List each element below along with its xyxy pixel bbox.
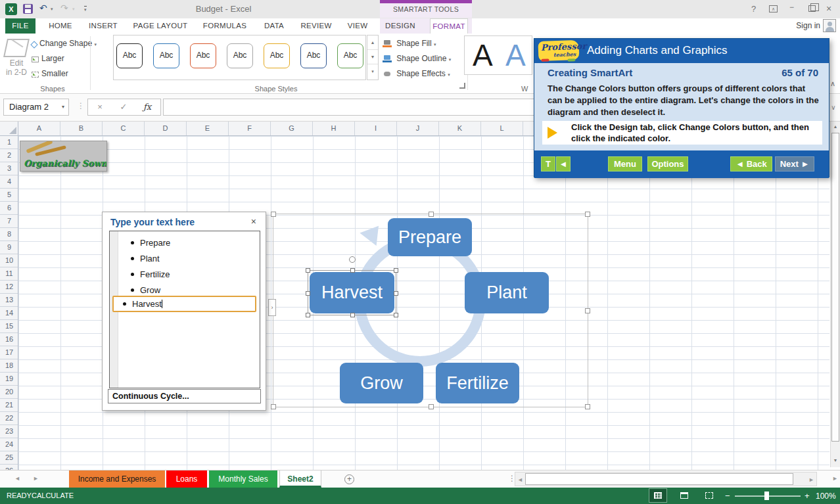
shape-style-thumbnail[interactable]: Abc	[116, 43, 143, 68]
resize-handle[interactable]	[429, 404, 434, 409]
text-pane-toggle[interactable]: ›	[268, 299, 276, 316]
smartart-shape-grow[interactable]: Grow	[340, 363, 423, 403]
prev-sheet-icon[interactable]: ◄	[14, 475, 20, 482]
column-header[interactable]: I	[355, 122, 397, 136]
sheet-tab-loans[interactable]: Loans	[166, 470, 207, 488]
formula-bar-drag-handle[interactable]: ⋮	[77, 101, 85, 110]
row-header[interactable]: 11	[0, 267, 18, 281]
enter-button[interactable]: ✓	[112, 99, 135, 115]
list-item[interactable]: Plant	[122, 251, 257, 267]
horizontal-scrollbar[interactable]: ◄ ►	[515, 472, 817, 486]
shape-style-thumbnail[interactable]: Abc	[153, 43, 179, 68]
wordart-style-black[interactable]: A	[473, 37, 493, 73]
larger-button[interactable]: Larger	[32, 54, 64, 63]
qat-customize-icon[interactable]: ▾	[84, 6, 87, 12]
column-header[interactable]: J	[397, 122, 439, 136]
row-header[interactable]: 10	[0, 254, 18, 267]
scroll-right-icon[interactable]: ►	[808, 476, 814, 483]
row-header[interactable]: 14	[0, 307, 18, 320]
list-item[interactable]: Fertilize	[122, 267, 257, 283]
smaller-button[interactable]: Smaller	[32, 69, 68, 78]
shape-style-thumbnail[interactable]: Abc	[227, 43, 253, 68]
row-header[interactable]: 21	[0, 399, 18, 412]
column-header[interactable]: B	[60, 122, 103, 136]
tab-format[interactable]: FORMAT	[430, 18, 468, 34]
shape-resize-handle[interactable]	[306, 291, 310, 296]
ribbon-display-options-icon[interactable]: ∧	[769, 5, 778, 12]
row-header[interactable]: 26	[0, 465, 18, 470]
audio-button[interactable]: ◄	[556, 156, 571, 172]
zoom-in-button[interactable]: +	[805, 491, 810, 501]
text-pane-close-icon[interactable]: ×	[251, 216, 256, 227]
row-header[interactable]: 6	[0, 202, 18, 215]
horizontal-scroll-thumb[interactable]	[525, 473, 793, 485]
expand-formula-bar-icon[interactable]: ∨	[828, 100, 839, 116]
smartart-shape-fertilize[interactable]: Fertilize	[436, 363, 519, 403]
row-header[interactable]: 18	[0, 359, 18, 373]
row-header[interactable]: 13	[0, 294, 18, 307]
smartart-shape-plant[interactable]: Plant	[465, 272, 549, 313]
shape-outline-button[interactable]: Shape Outline ▾	[383, 54, 451, 63]
restore-icon[interactable]	[808, 5, 816, 12]
tab-data[interactable]: DATA	[259, 18, 289, 34]
wordart-style-blue[interactable]: A	[505, 37, 526, 73]
row-header[interactable]: 5	[0, 189, 18, 202]
column-header[interactable]: F	[229, 122, 271, 136]
help-icon[interactable]: ?	[751, 4, 756, 14]
column-header[interactable]: H	[313, 122, 355, 136]
tab-review[interactable]: REVIEW	[297, 18, 335, 34]
new-sheet-button[interactable]: +	[344, 474, 354, 484]
next-button[interactable]: Next ►	[775, 156, 814, 172]
options-button[interactable]: Options	[647, 156, 688, 172]
row-header[interactable]: 8	[0, 228, 18, 241]
normal-view-button[interactable]	[649, 489, 666, 502]
zoom-slider-handle[interactable]	[764, 492, 769, 500]
sign-in-link[interactable]: Sign in	[796, 21, 820, 30]
zoom-level[interactable]: 100%	[816, 492, 836, 501]
gallery-up-icon[interactable]: ▲	[367, 35, 378, 50]
resize-handle[interactable]	[271, 212, 276, 217]
tab-design[interactable]: DESIGN	[384, 18, 417, 34]
row-header[interactable]: 16	[0, 333, 18, 346]
save-icon[interactable]	[23, 4, 33, 14]
scroll-left-icon[interactable]: ◄	[517, 476, 523, 483]
tab-view[interactable]: VIEW	[342, 18, 373, 34]
resize-handle[interactable]	[271, 404, 276, 409]
page-break-view-button[interactable]	[701, 489, 718, 502]
row-header[interactable]: 24	[0, 438, 18, 451]
shape-fill-button[interactable]: Shape Fill ▾	[383, 39, 436, 48]
tab-home[interactable]: HOME	[45, 18, 76, 34]
shape-resize-handle[interactable]	[394, 291, 398, 296]
shape-resize-handle[interactable]	[350, 313, 355, 317]
back-button[interactable]: ◄ Back	[730, 156, 772, 172]
resize-handle[interactable]	[585, 308, 590, 313]
column-header[interactable]: L	[481, 122, 523, 136]
text-mode-button[interactable]: T	[541, 156, 555, 172]
row-header[interactable]: 1	[0, 136, 18, 149]
row-header[interactable]: 12	[0, 281, 18, 294]
shape-resize-handle[interactable]	[306, 313, 310, 317]
shape-style-thumbnail[interactable]: Abc	[337, 43, 363, 68]
shape-resize-handle[interactable]	[394, 313, 398, 317]
change-shape-button[interactable]: Change Shape ▾	[32, 39, 97, 48]
name-box[interactable]: Diagram 2 ▾	[3, 99, 69, 116]
shape-effects-button[interactable]: Shape Effects ▾	[383, 69, 450, 78]
scroll-up-icon[interactable]: ▲	[831, 122, 840, 132]
collapse-ribbon-icon[interactable]: ∧	[830, 80, 835, 88]
insert-function-button[interactable]: ƒx	[135, 99, 159, 115]
row-header[interactable]: 19	[0, 373, 18, 386]
row-header[interactable]: 17	[0, 346, 18, 359]
column-header[interactable]: A	[18, 122, 60, 136]
zoom-out-button[interactable]: −	[725, 491, 730, 501]
cancel-button[interactable]: ×	[88, 99, 112, 115]
shape-style-thumbnail[interactable]: Abc	[300, 43, 327, 68]
row-header[interactable]: 4	[0, 175, 18, 189]
row-header[interactable]: 23	[0, 425, 18, 438]
gallery-down-icon[interactable]: ▼	[367, 50, 378, 64]
vertical-scrollbar[interactable]: ▲ ▼	[830, 122, 840, 467]
tab-formulas[interactable]: FORMULAS	[198, 18, 251, 34]
shape-resize-handle[interactable]	[350, 268, 355, 273]
undo-icon[interactable]: ↶	[39, 3, 47, 13]
row-header[interactable]: 9	[0, 241, 18, 254]
shape-style-thumbnail[interactable]: Abc	[190, 43, 216, 68]
